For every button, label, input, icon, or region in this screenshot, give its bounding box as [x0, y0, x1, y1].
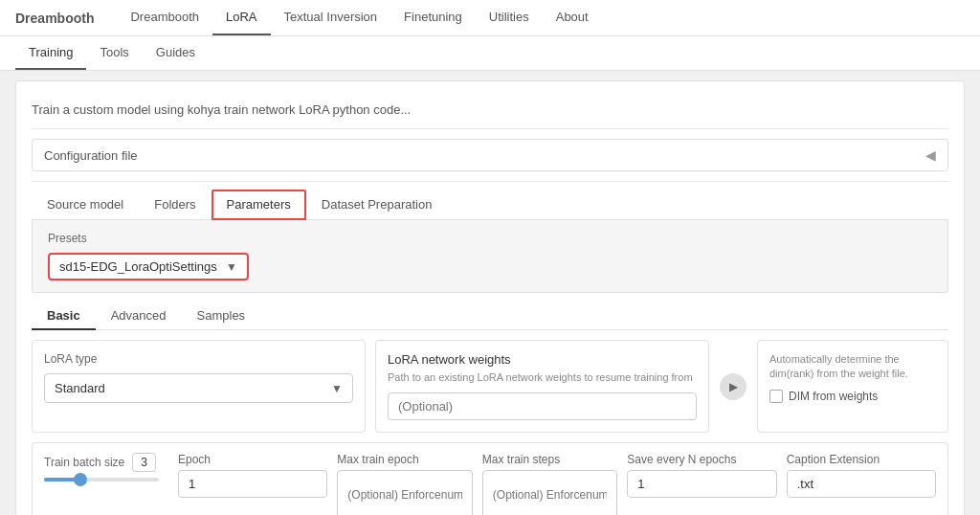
inner-tabs: Basic Advanced Samples [32, 302, 948, 330]
max-train-epoch-group: Max train epoch [337, 453, 473, 515]
epoch-group: Epoch [178, 453, 327, 498]
params-tab-folders[interactable]: Folders [139, 190, 211, 219]
save-every-n-input[interactable] [627, 470, 776, 498]
dim-weights-checkbox-label: DIM from weights [789, 390, 878, 403]
dim-weights-checkbox-row: DIM from weights [769, 390, 936, 403]
params-tabs: Source model Folders Parameters Dataset … [32, 190, 948, 220]
lora-weights-subtitle: Path to an existing LoRA network weights… [388, 370, 697, 385]
max-train-epoch-input[interactable] [337, 470, 473, 515]
top-nav: Dreambooth Dreambooth LoRA Textual Inver… [0, 0, 980, 36]
lora-type-arrow: ▼ [331, 382, 343, 395]
params-tab-source-model[interactable]: Source model [32, 190, 139, 219]
lora-type-panel: LoRA type Standard ▼ [32, 340, 366, 433]
inner-tab-samples[interactable]: Samples [182, 302, 261, 329]
content-panels: LoRA type Standard ▼ LoRA network weight… [32, 340, 948, 433]
presets-value: sd15-EDG_LoraOptiSettings [59, 259, 218, 274]
epoch-input[interactable] [178, 470, 327, 498]
divider-2 [32, 181, 948, 182]
max-train-steps-label: Max train steps [482, 453, 618, 466]
dim-weights-panel: Automatically determine the dim(rank) fr… [757, 340, 948, 433]
sub-nav: Training Tools Guides [0, 36, 980, 71]
main-card: Train a custom model using kohya train n… [15, 80, 965, 515]
top-nav-tabs: Dreambooth LoRA Textual Inversion Finetu… [117, 0, 601, 35]
sub-nav-tab-guides[interactable]: Guides [143, 36, 209, 70]
config-arrow-icon: ◀ [925, 147, 936, 163]
top-nav-tab-utilities[interactable]: Utilities [476, 0, 543, 35]
top-nav-tab-about[interactable]: About [543, 0, 602, 35]
train-batch-size-group: Train batch size 3 [44, 453, 168, 481]
top-nav-tab-finetuning[interactable]: Finetuning [390, 0, 476, 35]
caption-extension-label: Caption Extension [787, 453, 936, 466]
batch-size-value: 3 [132, 453, 156, 472]
divider-1 [32, 128, 948, 129]
presets-label: Presets [48, 232, 932, 245]
lora-weights-input[interactable] [388, 392, 697, 420]
caption-extension-input[interactable] [787, 470, 936, 498]
params-tab-dataset[interactable]: Dataset Preparation [306, 190, 448, 219]
content-area: Train a custom model using kohya train n… [0, 71, 980, 515]
lora-type-label: LoRA type [44, 352, 353, 366]
config-file-row[interactable]: Configuration file ◀ [32, 139, 948, 171]
lora-weights-title: LoRA network weights [388, 352, 697, 367]
save-every-n-label: Save every N epochs [627, 453, 776, 466]
lora-weights-panel: LoRA network weights Path to an existing… [375, 340, 709, 433]
top-nav-tab-lora[interactable]: LoRA [212, 0, 271, 35]
config-file-label: Configuration file [44, 148, 925, 163]
inner-tab-basic[interactable]: Basic [32, 302, 96, 330]
epoch-label: Epoch [178, 453, 327, 466]
lora-type-select[interactable]: Standard ▼ [44, 373, 353, 403]
top-nav-tab-textual-inversion[interactable]: Textual Inversion [271, 0, 391, 35]
brand: Dreambooth [15, 11, 94, 26]
description-text: Train a custom model using kohya train n… [32, 93, 948, 128]
fields-row: Train batch size 3 Epoch Max train epoch [32, 442, 948, 515]
max-train-epoch-label: Max train epoch [337, 453, 473, 466]
inner-tab-advanced[interactable]: Advanced [96, 302, 182, 329]
sub-nav-tab-tools[interactable]: Tools [86, 36, 142, 70]
params-tab-parameters[interactable]: Parameters [212, 190, 306, 220]
batch-size-label: Train batch size [44, 456, 124, 469]
slider-track[interactable] [44, 478, 159, 481]
dim-weights-checkbox[interactable] [769, 390, 783, 403]
caption-extension-group: Caption Extension [787, 453, 936, 498]
max-train-steps-group: Max train steps [482, 453, 618, 515]
arrow-button-container: ▶ [719, 340, 747, 433]
lora-type-value: Standard [55, 381, 331, 395]
max-train-steps-input[interactable] [482, 470, 618, 515]
top-nav-tab-dreambooth[interactable]: Dreambooth [117, 0, 212, 35]
page-wrapper: Dreambooth Dreambooth LoRA Textual Inver… [0, 0, 980, 515]
dim-weights-description: Automatically determine the dim(rank) fr… [769, 352, 936, 382]
presets-section: Presets sd15-EDG_LoraOptiSettings ▼ [32, 220, 948, 293]
navigate-button[interactable]: ▶ [720, 373, 746, 400]
batch-size-header: Train batch size 3 [44, 453, 168, 472]
slider-thumb[interactable] [74, 473, 87, 486]
save-every-n-group: Save every N epochs [627, 453, 776, 498]
presets-arrow-icon: ▼ [226, 260, 237, 274]
presets-dropdown[interactable]: sd15-EDG_LoraOptiSettings ▼ [48, 253, 249, 280]
sub-nav-tab-training[interactable]: Training [15, 36, 86, 70]
